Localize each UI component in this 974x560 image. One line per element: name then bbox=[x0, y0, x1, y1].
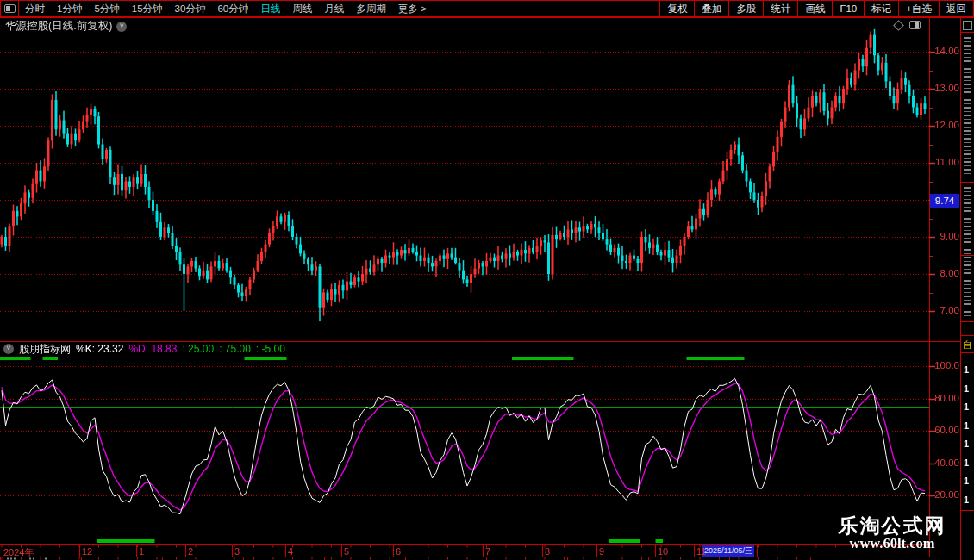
toolbar-right-buttons: 复权叠加多股统计画线F10标记+自选返回 bbox=[659, 1, 974, 17]
toolbar-button-画线[interactable]: 画线 bbox=[797, 1, 832, 17]
price-axis-label: 7.00 bbox=[931, 305, 959, 315]
indicator-axis-label: 80.00 bbox=[932, 393, 959, 403]
chart-title-row: 华源控股(日线.前复权) ˅ bbox=[5, 20, 127, 33]
toolbar-button-叠加[interactable]: 叠加 bbox=[694, 1, 728, 17]
period-tabs: 分时1分钟5分钟15分钟30分钟60分钟日线周线月线多周期更多 > bbox=[19, 0, 433, 17]
stock-title: 华源控股(日线.前复权) bbox=[5, 19, 112, 34]
time-axis-label: 6 bbox=[396, 546, 401, 557]
time-axis-label: 9 bbox=[599, 546, 604, 557]
sidebar-number: 1 bbox=[964, 476, 969, 486]
sidebar-number: 1 bbox=[964, 364, 969, 375]
indicator-param2: : 75.00 bbox=[219, 343, 251, 355]
time-axis-label: 2024年 bbox=[3, 546, 34, 559]
time-axis-label: 4 bbox=[288, 546, 293, 557]
sidebar-number: 1 bbox=[964, 420, 969, 431]
period-tab-5分钟[interactable]: 5分钟 bbox=[88, 1, 125, 17]
diamond-icon[interactable] bbox=[893, 20, 904, 31]
period-tab-周线[interactable]: 周线 bbox=[286, 1, 318, 17]
period-tab-日线[interactable]: 日线 bbox=[254, 1, 286, 17]
time-axis-label: 3 bbox=[234, 546, 240, 557]
price-axis-label: 8.00 bbox=[931, 268, 959, 278]
period-tab-60分钟[interactable]: 60分钟 bbox=[211, 1, 254, 17]
indicator-axis-label: 100.0 bbox=[932, 360, 959, 370]
sidebar-number: 1 bbox=[964, 383, 969, 394]
period-tab-分时[interactable]: 分时 bbox=[19, 1, 51, 17]
date-badge: 2025/11/05/三 bbox=[702, 545, 754, 557]
time-axis-label: 2 bbox=[188, 546, 193, 557]
toolbar-button-F10[interactable]: F10 bbox=[832, 1, 864, 17]
trading-app-window: 分时1分钟5分钟15分钟30分钟60分钟日线周线月线多周期更多 > 复权叠加多股… bbox=[0, 0, 974, 560]
sidebar-number: 1 bbox=[964, 439, 969, 449]
indicator-param1: : 25.00 bbox=[182, 343, 214, 355]
toolbar-button-+自选[interactable]: +自选 bbox=[898, 1, 939, 17]
chart-canvas[interactable] bbox=[0, 0, 974, 560]
sidebar-tab-self[interactable]: 自 bbox=[963, 339, 972, 352]
chart-corner-icons bbox=[895, 21, 921, 29]
sidebar-number: 1 bbox=[964, 401, 969, 412]
price-axis-label: 13.00 bbox=[931, 83, 959, 93]
indicator-axis-label: 40.00 bbox=[932, 457, 959, 468]
panel-left-icon bbox=[4, 4, 16, 13]
toolbar-button-统计[interactable]: 统计 bbox=[763, 1, 797, 17]
clipped-icon bbox=[963, 21, 972, 30]
last-price-badge: 9.74 bbox=[930, 194, 959, 208]
layout-toggle-cell[interactable] bbox=[0, 1, 19, 17]
indicator-header: ˅ 股朋指标网 %K: 23.32 %D: 18.83 : 25.00 : 75… bbox=[3, 343, 285, 355]
price-axis-label: 9.00 bbox=[931, 231, 959, 241]
price-axis-label: 14.00 bbox=[931, 46, 959, 56]
chevron-down-icon[interactable]: ˅ bbox=[116, 22, 127, 32]
right-sidebar-strip[interactable]: 自 11111111 bbox=[962, 18, 974, 560]
toolbar-button-返回[interactable]: 返回 bbox=[939, 1, 973, 17]
time-axis-label: 7 bbox=[485, 546, 490, 557]
period-tab-月线[interactable]: 月线 bbox=[318, 1, 350, 17]
period-tab-1分钟[interactable]: 1分钟 bbox=[51, 1, 88, 17]
time-axis-label: 5 bbox=[344, 546, 349, 557]
indicator-axis-label: 60.00 bbox=[932, 425, 959, 435]
time-axis-label: 1 bbox=[139, 546, 144, 557]
price-axis-label: 11.00 bbox=[931, 157, 959, 167]
watermark-url: www.60lt.com bbox=[823, 535, 961, 552]
time-axis-label: 11 bbox=[696, 546, 706, 557]
time-axis-label: 8 bbox=[545, 546, 550, 557]
indicator-axis-label: 20.00 bbox=[932, 489, 959, 500]
clipped-vertical-text bbox=[964, 37, 971, 175]
top-toolbar: 分时1分钟5分钟15分钟30分钟60分钟日线周线月线多周期更多 > 复权叠加多股… bbox=[0, 0, 974, 17]
indicator-param3: : -5.00 bbox=[256, 343, 285, 355]
indicator-name[interactable]: 股朋指标网 bbox=[19, 342, 71, 357]
toolbar-button-复权[interactable]: 复权 bbox=[659, 1, 694, 17]
sidebar-number: 1 bbox=[964, 495, 969, 505]
toolbar-button-多股[interactable]: 多股 bbox=[728, 1, 763, 17]
sidebar-number: 1 bbox=[964, 457, 969, 468]
period-tab-更多 >[interactable]: 更多 > bbox=[392, 1, 433, 17]
time-axis-label: 12 bbox=[82, 546, 92, 557]
clipped-vertical-text bbox=[964, 187, 971, 316]
time-axis-label: 10 bbox=[658, 546, 668, 557]
period-tab-30分钟[interactable]: 30分钟 bbox=[169, 1, 212, 17]
period-tab-多周期[interactable]: 多周期 bbox=[350, 1, 392, 17]
indicator-d-value: %D: 18.83 bbox=[128, 343, 177, 355]
panel-right-icon[interactable] bbox=[909, 21, 921, 29]
period-tab-15分钟[interactable]: 15分钟 bbox=[126, 1, 169, 17]
indicator-k-value: %K: 23.32 bbox=[76, 343, 123, 355]
price-axis-label: 12.00 bbox=[931, 120, 959, 130]
toolbar-button-标记[interactable]: 标记 bbox=[864, 1, 898, 17]
chevron-down-icon[interactable]: ˅ bbox=[3, 344, 14, 354]
